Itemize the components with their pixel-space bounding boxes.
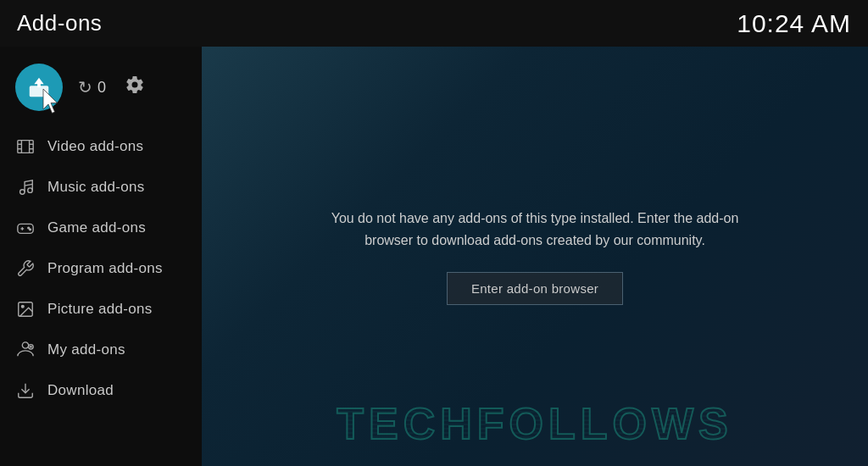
page-title: Add-ons (17, 10, 102, 36)
sidebar-item-picture-addons[interactable]: Picture add-ons (0, 289, 202, 330)
my-addons-icon (15, 340, 36, 360)
sidebar-item-video-addons[interactable]: Video add-ons (0, 126, 202, 167)
sidebar-item-my-addons[interactable]: My add-ons (0, 330, 202, 370)
addon-manager-icon[interactable] (15, 64, 63, 111)
svg-point-11 (28, 188, 33, 193)
refresh-button[interactable]: ↻ 0 (78, 77, 106, 97)
cursor-icon (41, 89, 66, 114)
sidebar-item-label: Program add-ons (47, 260, 163, 277)
sidebar-item-label: My add-ons (47, 341, 125, 358)
empty-state-message: You do not have any add-ons of this type… (298, 208, 772, 251)
clock: 10:24 AM (737, 9, 851, 38)
sidebar-nav: Video add-ons Music add-ons (0, 126, 202, 411)
svg-rect-3 (18, 141, 33, 153)
svg-line-12 (25, 184, 32, 186)
sidebar-item-game-addons[interactable]: Game add-ons (0, 208, 202, 248)
watermark-text: TECHFOLLOWS (337, 398, 733, 449)
gamepad-icon (15, 218, 36, 238)
main-layout: ↻ 0 (0, 47, 868, 466)
svg-point-19 (21, 305, 24, 308)
sidebar-item-download[interactable]: Download (0, 370, 202, 411)
svg-point-17 (30, 229, 31, 230)
sidebar-item-program-addons[interactable]: Program add-ons (0, 248, 202, 289)
svg-point-16 (28, 227, 30, 229)
wrench-icon (15, 258, 36, 279)
gear-icon (125, 75, 145, 95)
content-area: You do not have any add-ons of this type… (202, 47, 868, 466)
svg-point-10 (20, 190, 25, 195)
sidebar-item-music-addons[interactable]: Music add-ons (0, 167, 202, 208)
enter-addon-browser-button[interactable]: Enter add-on browser (447, 272, 623, 305)
sidebar: ↻ 0 (0, 47, 202, 466)
download-icon (15, 380, 36, 401)
sidebar-icons-row: ↻ 0 (0, 55, 202, 126)
refresh-count: 0 (97, 79, 106, 97)
sidebar-item-label: Game add-ons (47, 219, 146, 236)
sidebar-item-label: Video add-ons (47, 138, 143, 155)
sidebar-item-label: Download (47, 382, 114, 399)
sidebar-item-label: Music add-ons (47, 179, 144, 196)
film-icon (15, 136, 36, 157)
settings-button[interactable] (125, 75, 145, 100)
music-icon (15, 177, 36, 197)
svg-marker-2 (43, 89, 58, 114)
header: Add-ons 10:24 AM (0, 0, 868, 47)
picture-icon (15, 299, 36, 319)
sidebar-item-label: Picture add-ons (47, 301, 153, 318)
refresh-icon: ↻ (78, 77, 92, 97)
